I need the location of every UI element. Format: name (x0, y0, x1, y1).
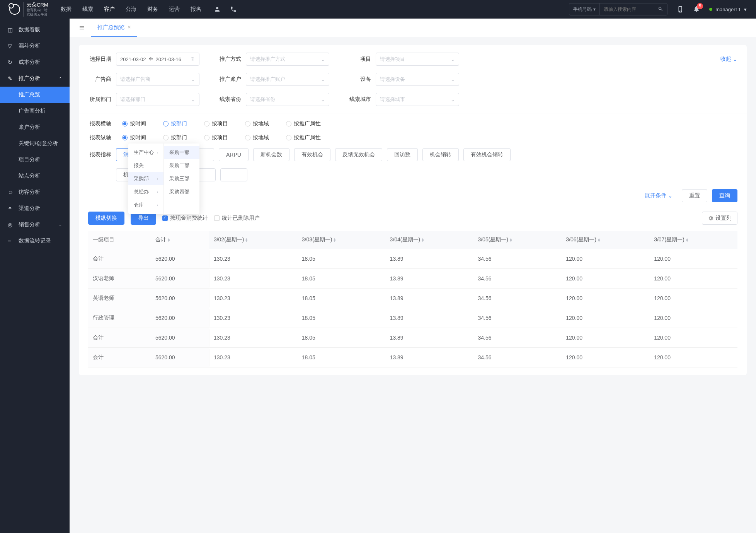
radio-option[interactable]: 按地域 (245, 120, 269, 127)
radio-option[interactable]: 按部门 (163, 134, 187, 141)
sidebar-item[interactable]: ↻成本分析 (0, 54, 70, 70)
table-header-cell[interactable]: 一级项目 (88, 231, 151, 249)
method-select[interactable]: 请选择推广方式⌄ (246, 53, 329, 66)
sidebar-item[interactable]: ✎推广分析⌃ (0, 70, 70, 87)
sort-icon[interactable]: ▴▾ (334, 238, 336, 242)
user-icon[interactable] (214, 6, 221, 13)
sort-icon[interactable]: ▴▾ (686, 238, 688, 242)
sidebar-sub-item[interactable]: 推广总览 (0, 87, 70, 103)
metric-button[interactable] (220, 168, 247, 181)
dept-select[interactable]: 请选择部门⌄ (116, 93, 199, 106)
radio-option[interactable]: 按项目 (204, 120, 228, 127)
sidebar-sub-item[interactable]: 项目分析 (0, 152, 70, 168)
metric-button[interactable]: 有效机会销转 (463, 148, 511, 161)
query-button[interactable]: 查询 (712, 189, 737, 202)
collapse-link[interactable]: 收起 ⌄ (720, 56, 737, 63)
close-icon[interactable]: ✕ (128, 25, 131, 30)
cascade-item[interactable]: 采购四部 (164, 185, 199, 198)
mobile-icon[interactable] (677, 6, 684, 13)
topnav-item[interactable]: 运营 (169, 6, 180, 13)
cascade-item[interactable]: 生产中心› (128, 146, 163, 159)
filter-province: 线索省份 请选择省份⌄ (218, 93, 329, 106)
tab-promo-overview[interactable]: 推广总预览 ✕ (91, 19, 137, 37)
sidebar-item-label: 销售分析 (19, 221, 40, 228)
metric-button[interactable]: 反馈无效机会 (335, 148, 382, 161)
sidebar-sub-item[interactable]: 关键词/创意分析 (0, 135, 70, 152)
table-header-cell[interactable]: 3/02(星期一)▴▾ (209, 231, 297, 249)
account-select[interactable]: 请选择推广账户⌄ (246, 73, 329, 86)
radio-option[interactable]: 按项目 (204, 134, 228, 141)
province-select[interactable]: 请选择省份⌄ (246, 93, 329, 106)
menu-icon (79, 25, 85, 31)
sort-icon[interactable]: ▴▾ (168, 238, 170, 242)
search-button[interactable] (654, 6, 667, 13)
logo[interactable]: 云朵CRM 教育机构一站式提供云平台 (9, 2, 48, 16)
cascade-item[interactable]: 总经办› (128, 185, 163, 198)
device-select[interactable]: 请选择设备⌄ (376, 73, 459, 86)
table-header-cell[interactable]: 3/03(星期一)▴▾ (297, 231, 385, 249)
stat-cash-checkbox[interactable]: 按现金消费统计 (162, 215, 208, 222)
sort-icon[interactable]: ▴▾ (422, 238, 424, 242)
city-select[interactable]: 请选择城市⌄ (376, 93, 459, 106)
metric-button[interactable]: ARPU (219, 148, 249, 161)
sidebar-sub-item[interactable]: 账户分析 (0, 119, 70, 135)
cascade-item[interactable]: 采购一部 (164, 146, 199, 159)
search-type-select[interactable]: 手机号码 ▾ (569, 3, 600, 15)
cascade-item[interactable]: 采购三部 (164, 172, 199, 185)
radio-option[interactable]: 按部门 (163, 120, 187, 127)
notifications-button[interactable]: 5 (693, 5, 700, 14)
topnav-item[interactable]: 客户 (104, 6, 115, 13)
sidebar-item[interactable]: ≡数据流转记录 (0, 233, 70, 249)
topnav-item[interactable]: 财务 (147, 6, 158, 13)
reset-button[interactable]: 重置 (682, 189, 707, 202)
metric-button[interactable]: 有效机会 (294, 148, 330, 161)
sidebar-item[interactable]: ⚭渠道分析 (0, 200, 70, 217)
project-select[interactable]: 请选择项目⌄ (376, 53, 459, 66)
search-input[interactable] (600, 7, 654, 12)
radio-option[interactable]: 按时间 (122, 120, 146, 127)
sidebar-item[interactable]: ▽漏斗分析 (0, 38, 70, 54)
metric-button[interactable]: 新机会数 (253, 148, 289, 161)
logo-text: 云朵CRM 教育机构一站式提供云平台 (23, 2, 48, 16)
sidebar-sub-item[interactable]: 广告商分析 (0, 103, 70, 119)
switch-axes-button[interactable]: 横纵切换 (88, 212, 124, 225)
sort-icon[interactable]: ▴▾ (598, 238, 600, 242)
topnav-item[interactable]: 报名 (191, 6, 201, 13)
radio-option[interactable]: 按推广属性 (286, 134, 321, 141)
topnav-item[interactable]: 公海 (126, 6, 136, 13)
table-header-cell[interactable]: 3/04(星期一)▴▾ (385, 231, 473, 249)
sidebar-sub-item[interactable]: 站点分析 (0, 168, 70, 184)
topnav-item[interactable]: 线索 (82, 6, 93, 13)
sidebar-item[interactable]: ☺访客分析 (0, 184, 70, 200)
date-range-input[interactable]: 2021-03-02 至 2021-03-16 🗓 (116, 53, 199, 66)
advertiser-select[interactable]: 请选择广告商⌄ (116, 73, 199, 86)
table-header-cell[interactable]: 3/05(星期一)▴▾ (473, 231, 561, 249)
cascade-item[interactable]: 采购二部 (164, 159, 199, 172)
metric-button[interactable]: 回访数 (387, 148, 418, 161)
table-header-cell[interactable]: 合计▴▾ (151, 231, 209, 249)
filter-dept: 所属部门 请选择部门⌄ (88, 93, 199, 106)
user-menu[interactable]: manager11 ▾ (709, 7, 747, 12)
set-columns-button[interactable]: 设置列 (702, 212, 737, 225)
radio-option[interactable]: 按时间 (122, 134, 146, 141)
filter-device: 设备 请选择设备⌄ (348, 73, 459, 86)
cascade-item[interactable]: 仓库› (128, 198, 163, 212)
table-header-cell[interactable]: 3/06(星期一)▴▾ (561, 231, 649, 249)
table-header-cell[interactable]: 3/07(星期一)▴▾ (649, 231, 737, 249)
sidebar-item[interactable]: ◎销售分析⌄ (0, 217, 70, 233)
radio-option[interactable]: 按推广属性 (286, 120, 321, 127)
stat-deleted-checkbox[interactable]: 统计已删除用户 (214, 215, 260, 222)
topnav-item[interactable]: 数据 (61, 6, 72, 13)
metric-button[interactable]: 机会销转 (422, 148, 459, 161)
sort-icon[interactable]: ▴▾ (245, 238, 248, 242)
sidebar-item-label: 渠道分析 (19, 205, 40, 212)
radio-option[interactable]: 按地域 (245, 134, 269, 141)
sidebar-item[interactable]: ◫数据看版 (0, 22, 70, 38)
expand-conditions-link[interactable]: 展开条件 ⌄ (645, 192, 673, 199)
phone-icon[interactable] (230, 6, 237, 13)
chevron-up-icon: ⌃ (59, 77, 62, 81)
cascade-item[interactable]: 采购部› (128, 172, 163, 185)
sidebar-toggle[interactable] (76, 22, 88, 34)
cascade-item[interactable]: 报关 (128, 159, 163, 172)
sort-icon[interactable]: ▴▾ (510, 238, 512, 242)
